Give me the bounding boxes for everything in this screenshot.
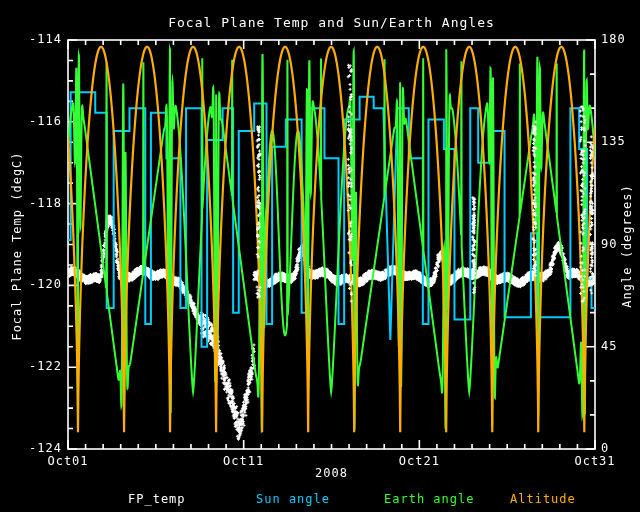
legend-item-sun-angle: Sun angle (256, 492, 330, 506)
x-axis-year-label: 2008 (68, 466, 595, 480)
tick-label-right: 45 (601, 339, 640, 353)
tick-label-right: 0 (601, 441, 640, 455)
tick-label-left: -122 (18, 359, 62, 373)
legend-item-fp-temp: FP_temp (128, 492, 186, 506)
tick-label-left: -116 (18, 114, 62, 128)
chart-title: Focal Plane Temp and Sun/Earth Angles (68, 15, 595, 30)
tick-label-x: Oct11 (209, 454, 279, 468)
telemetry-plot-window: Focal Plane Temp and Sun/Earth Angles Fo… (0, 0, 640, 512)
tick-label-right: 180 (601, 32, 640, 46)
legend-item-altitude: Altitude (510, 492, 576, 506)
legend-item-earth-angle: Earth angle (384, 492, 474, 506)
tick-label-right: 135 (601, 134, 640, 148)
tick-label-left: -114 (18, 32, 62, 46)
tick-label-x: Oct21 (384, 454, 454, 468)
chart-canvas (0, 0, 640, 512)
tick-label-left: -118 (18, 196, 62, 210)
left-axis-label: Focal Plane Temp (degC) (10, 146, 24, 346)
tick-label-right: 90 (601, 237, 640, 251)
tick-label-left: -120 (18, 277, 62, 291)
tick-label-x: Oct01 (33, 454, 103, 468)
tick-label-left: -124 (18, 441, 62, 455)
tick-label-x: Oct31 (560, 454, 630, 468)
